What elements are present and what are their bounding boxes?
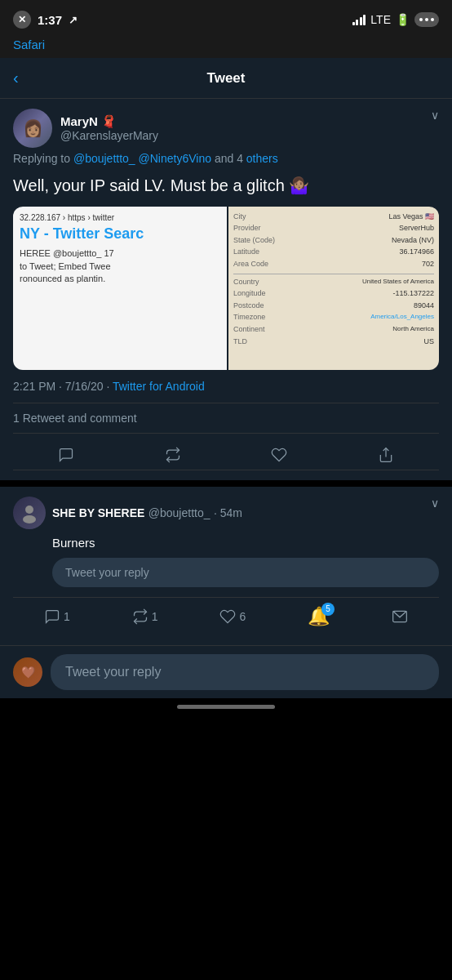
stat-notifications[interactable]: 🔔 5 [308,606,330,627]
lte-label: LTE [370,13,391,26]
ip-tld-label: TLD [233,336,247,347]
reply-display-name: SHE BY SHEREE [52,506,144,519]
reply-input-row: Tweet your reply [52,558,439,587]
tweet-user-row: 👩🏽 MaryN 🧣 @KarenslayerMary [13,109,158,148]
reply-timestamp: 54m [220,506,242,519]
reply-to-others[interactable]: others [246,152,278,165]
avatar: 👩🏽 [13,109,52,148]
bottom-reply-bar: 🤎 Tweet your reply [0,645,452,698]
like-button[interactable] [271,447,287,463]
image-text-2: to Tweet; Embed Twee [20,261,220,273]
stat-likes[interactable]: 6 [219,608,246,625]
ip-post-label: Postcode [233,301,264,311]
status-time: 1:37 [38,13,62,27]
ip-lat-value: 36.174966 [399,247,434,257]
ip-separator [233,274,434,274]
safari-bar: Safari [0,36,452,58]
ip-post-value: 89044 [414,301,434,311]
tweet-source[interactable]: Twitter for Android [113,380,205,393]
home-bar [177,705,275,709]
reply-header: SHE BY SHEREE @boujettto_ · 54m ∨ [13,497,439,529]
ip-tld-value: US [423,336,434,347]
image-url: 32.228.167 › https › twitter [20,213,220,222]
user-info: MaryN 🧣 @KarenslayerMary [60,114,158,142]
ip-country-label: Country [233,277,259,287]
reply-section: SHE BY SHEREE @boujettto_ · 54m ∨ Burner… [0,487,452,645]
battery-icon: 🔋 [396,13,410,26]
avatar-image: 👩🏽 [13,109,52,148]
ip-lat-label: Latitude [233,247,259,257]
ip-post-row: Postcode 89044 [233,301,434,311]
ip-tld-row: TLD US [233,336,434,347]
reply-user-row: SHE BY SHEREE @boujettto_ · 54m [13,497,242,529]
status-bar-right: LTE 🔋 [352,12,439,27]
user-handle: @KarenslayerMary [60,129,158,142]
notification-badge: 5 [321,603,335,616]
tweet-stats: 1 Retweet and comment [13,403,439,434]
status-bar: ✕ 1:37 ↗ LTE 🔋 [0,0,452,36]
image-text-3: ronounced as plantin. [20,273,220,285]
comment-button[interactable] [58,447,74,463]
reply-avatar-image [13,497,46,529]
reply-to-user2[interactable]: @Ninety6Vino [139,152,211,165]
reply-user-info: SHE BY SHEREE @boujettto_ · 54m [52,506,242,520]
ip-area-value: 702 [422,259,434,270]
svg-point-2 [23,515,36,523]
stat-mail[interactable] [392,608,408,625]
nav-title: Tweet [207,70,246,87]
reply-avatar [13,497,46,529]
home-indicator [0,698,452,712]
nav-header: ‹ Tweet [0,58,452,99]
image-title: NY - Twitter Searc [20,225,220,243]
reply-text: Burners [52,536,439,550]
retweet-button[interactable] [165,447,181,463]
ip-city-value: Las Vegas 🇺🇸 [388,212,434,222]
retweets-count: 1 [152,610,158,623]
ip-provider-value: ServerHub [399,223,434,234]
ip-provider-label: Provider [233,223,261,234]
bottom-input-placeholder: Tweet your reply [65,665,161,679]
more-button[interactable] [414,12,439,27]
tweet-meta: 2:21 PM · 7/16/20 · Twitter for Android [13,380,439,393]
bottom-stats: 1 1 6 🔔 5 [13,597,439,635]
ip-cont-value: North America [392,324,434,335]
location-arrow-icon: ↗ [69,14,78,26]
ip-city-row: City Las Vegas 🇺🇸 [233,212,434,222]
action-bar [13,440,439,470]
tweet-image-right: City Las Vegas 🇺🇸 Provider ServerHub Sta… [228,207,439,370]
ip-cont-label: Continent [233,324,265,335]
back-button[interactable]: ‹ [13,69,19,87]
tweet-time: 2:21 PM · 7/16/20 · [13,380,113,393]
reply-chevron-icon[interactable]: ∨ [431,497,439,510]
reply-to-user1[interactable]: @boujettto_ [73,152,135,165]
tweet-reply-input[interactable]: Tweet your reply [51,654,439,690]
signal-bars [352,15,366,25]
tweet-image-left: 32.228.167 › https › twitter NY - Twitte… [13,207,227,370]
ip-state-label: State (Code) [233,235,275,246]
ip-lon-row: Longitude -115.137222 [233,288,434,299]
ip-tz-row: Timezone America/Los_Angeles [233,312,434,323]
stat-retweets[interactable]: 1 [132,608,158,625]
tweet-images: 32.228.167 › https › twitter NY - Twitte… [13,207,439,370]
tweet-header: 👩🏽 MaryN 🧣 @KarenslayerMary ∨ [13,109,439,148]
ip-lat-row: Latitude 36.174966 [233,247,434,257]
reply-input-small[interactable]: Tweet your reply [52,558,439,587]
comments-count: 1 [64,610,70,623]
ip-country-value: United States of America [362,277,434,287]
section-separator [0,480,452,487]
ip-city-label: City [233,212,246,222]
reply-input-placeholder: Tweet your reply [65,566,149,579]
reply-to: Replying to @boujettto_ @Ninety6Vino and… [13,151,439,167]
status-bar-left: ✕ 1:37 ↗ [13,11,78,29]
ip-lon-label: Longitude [233,288,266,299]
safari-label: Safari [13,38,45,51]
ip-area-row: Area Code 702 [233,259,434,270]
ip-lon-value: -115.137222 [392,288,434,299]
share-button[interactable] [378,447,394,463]
close-button[interactable]: ✕ [13,11,31,29]
image-text-1: HEREE @boujettto_ 17 [20,247,220,260]
chevron-down-icon[interactable]: ∨ [431,109,439,122]
stat-comments[interactable]: 1 [44,608,70,625]
bottom-avatar: 🤎 [13,657,42,687]
ip-area-label: Area Code [233,259,268,270]
